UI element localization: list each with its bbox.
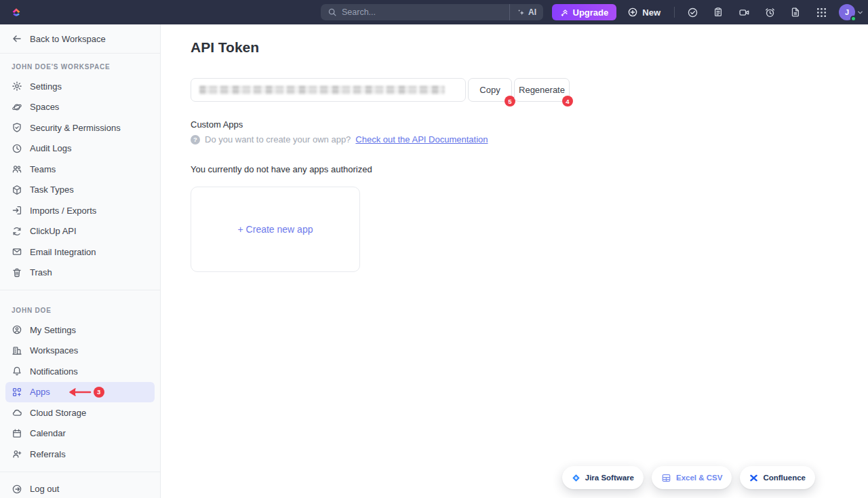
upgrade-button[interactable]: Upgrade — [552, 4, 617, 20]
jira-software-button[interactable]: Jira Software — [562, 466, 644, 489]
pill-label: Excel & CSV — [676, 474, 722, 482]
sidebar-item-teams[interactable]: Teams — [0, 159, 160, 180]
back-to-workspace-button[interactable]: Back to Workspace — [0, 24, 160, 54]
ai-button[interactable]: AI — [509, 4, 543, 20]
sidebar-item-label: Trash — [30, 267, 52, 277]
sidebar-item-calendar[interactable]: Calendar — [0, 423, 160, 444]
sidebar-item-referrals[interactable]: Referrals — [0, 444, 160, 465]
regenerate-button[interactable]: Regenerate 4 — [514, 78, 570, 102]
alarm-clock-icon[interactable] — [761, 3, 778, 21]
excel-csv-button[interactable]: Excel & CSV — [652, 466, 732, 489]
sidebar-divider — [0, 290, 160, 290]
person-circle-icon — [12, 324, 22, 335]
sidebar-item-cloud-storage[interactable]: Cloud Storage — [0, 402, 160, 423]
document-icon[interactable] — [787, 3, 804, 21]
sidebar-divider — [0, 472, 160, 472]
sidebar-item-spaces[interactable]: Spaces — [0, 97, 160, 118]
plus-circle-icon — [627, 7, 638, 18]
confluence-button[interactable]: Confluence — [740, 466, 815, 489]
help-icon: ? — [191, 135, 200, 145]
sidebar-item-clickup-api[interactable]: ClickUp API — [0, 221, 160, 242]
sidebar-item-trash[interactable]: Trash — [0, 263, 160, 284]
settings-sidebar: Back to Workspace JOHN DOE'S WORKSPACE S… — [0, 24, 161, 498]
sidebar-item-log-out[interactable]: Log out — [0, 479, 160, 498]
topbar-divider — [674, 7, 675, 18]
user-menu[interactable]: J — [839, 4, 864, 20]
sidebar-item-settings[interactable]: Settings — [0, 76, 160, 97]
api-token-row: Copy 5 Regenerate 4 — [191, 78, 841, 102]
copy-button[interactable]: Copy 5 — [468, 78, 512, 102]
new-label: New — [642, 7, 660, 18]
app-grid-icon[interactable] — [812, 3, 830, 21]
arrow-left-icon — [12, 33, 22, 44]
custom-apps-hint-row: ? Do you want to create your own app? Ch… — [191, 134, 841, 145]
no-apps-text: You currently do not have any apps autho… — [191, 164, 841, 174]
planet-icon — [12, 102, 22, 113]
clock-icon — [12, 143, 22, 154]
presence-indicator — [850, 16, 856, 22]
sidebar-item-label: Log out — [30, 484, 59, 494]
sidebar-item-notifications[interactable]: Notifications — [0, 361, 160, 382]
cloud-icon — [12, 407, 22, 418]
search-input[interactable]: Search... AI — [321, 4, 543, 20]
pill-label: Confluence — [763, 474, 806, 482]
api-icon — [12, 226, 22, 237]
annotation-badge-regenerate: 4 — [562, 96, 573, 107]
sidebar-item-workspaces[interactable]: Workspaces — [0, 341, 160, 362]
pill-label: Jira Software — [585, 474, 634, 482]
search-icon — [328, 7, 337, 17]
create-new-app-card[interactable]: + Create new app — [191, 187, 360, 272]
apps-grid-plus-icon — [12, 387, 22, 398]
sidebar-item-label: Imports / Exports — [30, 206, 96, 216]
api-token-redacted-value — [199, 85, 445, 94]
sidebar-item-imports-exports[interactable]: Imports / Exports — [0, 200, 160, 221]
api-documentation-link[interactable]: Check out the API Documentation — [355, 134, 488, 145]
main-content: API Token Copy 5 Regenerate 4 Custom App… — [161, 24, 868, 498]
regenerate-label: Regenerate — [519, 85, 565, 95]
back-label: Back to Workspace — [30, 34, 106, 44]
sidebar-item-label: My Settings — [30, 325, 76, 335]
topbar-actions: Upgrade New — [552, 0, 864, 24]
logout-icon — [12, 484, 22, 495]
ai-label: AI — [528, 7, 536, 17]
sidebar-item-label: Teams — [30, 164, 56, 174]
video-camera-icon[interactable] — [735, 3, 753, 21]
sidebar-item-apps[interactable]: Apps 3 — [5, 382, 155, 403]
sidebar-item-label: Apps — [30, 387, 50, 397]
sidebar-item-label: Notifications — [30, 366, 78, 377]
sidebar-item-email-integration[interactable]: Email Integration — [0, 242, 160, 263]
custom-apps-hint: Do you want to create your own app? — [205, 134, 351, 145]
people-icon — [12, 164, 22, 174]
copy-label: Copy — [479, 85, 500, 95]
annotation-arrow-left-icon — [66, 387, 92, 397]
sidebar-item-label: Cloud Storage — [30, 408, 86, 418]
sidebar-item-task-types[interactable]: Task Types — [0, 180, 160, 201]
person-plus-icon — [12, 448, 22, 459]
confluence-icon — [749, 474, 758, 482]
sidebar-item-label: Email Integration — [30, 247, 96, 257]
create-new-app-label: + Create new app — [238, 224, 313, 235]
upgrade-label: Upgrade — [573, 7, 609, 18]
clickup-logo-icon[interactable] — [10, 6, 22, 18]
gear-icon — [12, 81, 22, 92]
avatar-initial: J — [845, 8, 849, 16]
sidebar-item-audit-logs[interactable]: Audit Logs — [0, 138, 160, 159]
check-circle-icon[interactable] — [684, 3, 701, 21]
new-button[interactable]: New — [620, 4, 667, 20]
sidebar-item-label: Calendar — [30, 428, 66, 438]
import-export-icon — [12, 205, 22, 216]
sidebar-item-label: Referrals — [30, 449, 66, 459]
chevron-down-icon — [856, 9, 864, 16]
sidebar-item-my-settings[interactable]: My Settings — [0, 320, 160, 341]
sidebar-item-label: Security & Permissions — [30, 123, 121, 133]
workspace-section-title: JOHN DOE'S WORKSPACE — [0, 63, 160, 71]
api-token-field[interactable] — [191, 78, 466, 102]
integration-pills: Jira Software Excel & CSV Confluence — [562, 466, 815, 489]
shield-check-icon — [12, 122, 22, 133]
calendar-icon — [12, 428, 22, 439]
annotation-apps: 3 — [66, 387, 104, 398]
custom-apps-title: Custom Apps — [191, 119, 841, 130]
clipboard-icon[interactable] — [709, 3, 727, 21]
sidebar-item-label: Spaces — [30, 102, 59, 112]
sidebar-item-security[interactable]: Security & Permissions — [0, 117, 160, 138]
